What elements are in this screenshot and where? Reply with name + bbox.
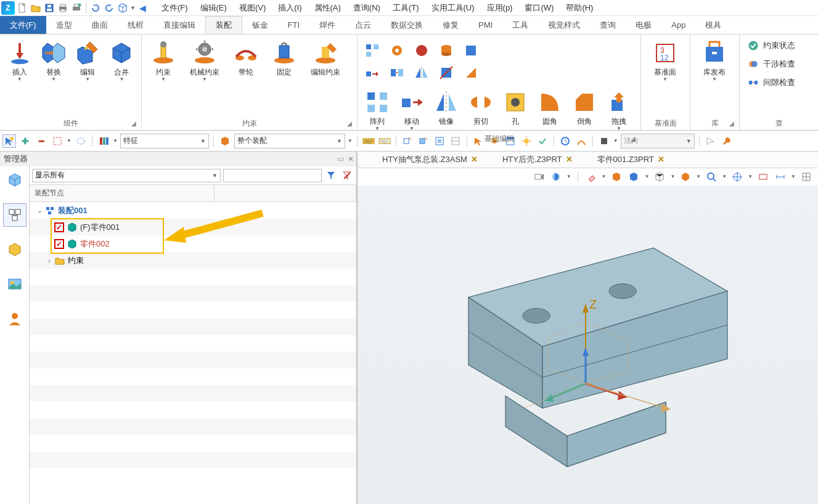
close-icon[interactable]: ✕ [471, 155, 478, 164]
open-icon[interactable] [30, 2, 42, 14]
doc-tab-1[interactable]: HTY抽气泵总装.Z3ASM✕ [382, 154, 478, 165]
slice-small-icon[interactable] [435, 63, 457, 83]
view-tool-wireframe[interactable] [653, 170, 666, 184]
align-small-icon[interactable] [386, 63, 408, 83]
menu-query[interactable]: 查询(N) [348, 1, 385, 15]
pattern-small-icon[interactable] [361, 41, 383, 60]
view-tool-zoom[interactable] [705, 170, 718, 184]
ribbon-tab-tools[interactable]: 工具 [502, 16, 538, 34]
close-icon[interactable]: ✕ [658, 155, 665, 164]
side-tab-image[interactable] [3, 272, 27, 296]
view-tool-measure[interactable] [774, 170, 787, 184]
ribbon-tab-dataexchange[interactable]: 数据交换 [381, 16, 433, 34]
menu-view[interactable]: 视图(V) [234, 1, 271, 15]
close-icon[interactable]: ✕ [566, 155, 573, 164]
ribbon-tab-query[interactable]: 查询 [590, 16, 626, 34]
view-tool-rect[interactable] [756, 170, 770, 184]
tree-row-part2[interactable]: ✓ 零件002 [30, 235, 356, 252]
hole-button[interactable]: 孔 [499, 86, 531, 134]
ribbon-tab-pmi[interactable]: PMI [468, 16, 502, 34]
drag-button[interactable]: 拖拽▼ [603, 86, 635, 134]
scope-icon[interactable] [218, 134, 232, 148]
menu-attr[interactable]: 属性(A) [309, 1, 346, 15]
ribbon-tab-repair[interactable]: 修复 [433, 16, 468, 34]
pattern-button[interactable]: 阵列▼ [361, 86, 393, 134]
cube-icon[interactable] [117, 2, 129, 14]
fix-button[interactable]: 固定 [266, 37, 302, 79]
filter-color-icon[interactable] [97, 134, 110, 148]
side-tab-parts[interactable] [3, 169, 27, 192]
edit-constraint-button[interactable]: 编辑约束 [305, 37, 346, 79]
sphere-small-icon[interactable] [411, 41, 433, 60]
select-cursor-icon[interactable] [2, 134, 16, 148]
ribbon-tab-pointcloud[interactable]: 点云 [345, 16, 381, 34]
menu-tools[interactable]: 工具(T) [388, 1, 424, 15]
select-lasso-icon[interactable] [74, 134, 88, 148]
spanner-icon[interactable] [720, 134, 734, 148]
insert-button[interactable]: 插入 ▼ [4, 37, 35, 84]
view-tool-2[interactable] [549, 170, 563, 184]
move-button[interactable]: 移动▼ [396, 86, 428, 134]
view-tool-target[interactable] [730, 170, 744, 184]
plus-icon[interactable]: ✚ [18, 134, 32, 148]
cut-button[interactable]: 剪切 [465, 86, 497, 134]
interference-check-button[interactable]: 干涉检查 [743, 55, 799, 73]
expand-icon[interactable]: › [44, 257, 54, 264]
funnel-icon[interactable] [324, 169, 338, 182]
ribbon-tab-wireframe[interactable]: 线框 [118, 16, 153, 34]
datum-plane-button[interactable]: 312 基准面▼ [645, 37, 685, 84]
minus-icon[interactable]: ━ [35, 134, 48, 148]
viewport-canvas[interactable]: Z [358, 185, 818, 504]
view-tool-grid[interactable] [800, 170, 813, 184]
checkbox-icon[interactable]: ✓ [54, 222, 64, 232]
ribbon-tab-assembly[interactable]: 装配 [205, 16, 242, 34]
expand-icon[interactable]: ⌄ [35, 206, 44, 214]
menu-utilities[interactable]: 实用工具(U) [427, 1, 480, 15]
gear-small-icon[interactable] [386, 41, 408, 60]
belt-button[interactable]: 带轮 [228, 37, 264, 79]
tree-row-part1[interactable]: ✓ (F)零件001 [30, 219, 356, 235]
view-tool-cube1[interactable] [610, 170, 623, 184]
save-icon[interactable] [43, 2, 55, 14]
view-tool-cube2[interactable] [627, 170, 640, 184]
group-launcher-icon[interactable]: ◢ [631, 136, 636, 142]
constraint-button[interactable]: 约束 ▼ [145, 37, 181, 84]
wedge-small-icon[interactable] [460, 63, 482, 83]
group-launcher-icon[interactable]: ◢ [131, 120, 136, 127]
tree-filter-dropdown[interactable]: 显示所有 ▼ [32, 169, 221, 182]
select-box-icon[interactable] [51, 134, 64, 148]
ribbon-tab-visualstyle[interactable]: 视觉样式 [538, 16, 590, 34]
print-multi-icon[interactable] [70, 2, 83, 14]
side-tab-solid[interactable] [3, 238, 27, 261]
menu-insert[interactable]: 插入(I) [273, 1, 306, 15]
box-small-icon[interactable] [460, 41, 482, 60]
menu-window[interactable]: 窗口(W) [520, 1, 558, 15]
panel-close-icon[interactable]: ✕ [348, 155, 354, 163]
tree-row-root[interactable]: ⌄ 装配001 [30, 202, 356, 219]
view-tool-hex[interactable] [679, 170, 692, 184]
menu-app[interactable]: 应用(p) [482, 1, 518, 15]
clear-filter-icon[interactable] [340, 169, 354, 182]
redo-icon[interactable] [103, 2, 115, 14]
menu-help[interactable]: 帮助(H) [561, 1, 598, 15]
replace-button[interactable]: 替换 ▼ [38, 37, 69, 84]
ribbon-tab-file[interactable]: 文件(F) [0, 16, 46, 34]
undo-icon[interactable] [89, 2, 102, 14]
ribbon-tab-modeling[interactable]: 造型 [46, 16, 82, 34]
arrow-small-icon[interactable] [361, 63, 383, 83]
checkbox-icon[interactable]: ✓ [54, 239, 64, 249]
panel-minimize-icon[interactable]: ▭ [337, 155, 344, 163]
side-tab-user[interactable] [3, 307, 27, 330]
cursor3-icon[interactable] [704, 134, 718, 148]
view-tool-1[interactable] [532, 170, 546, 184]
back-icon[interactable]: ◀ [137, 2, 149, 14]
menu-file[interactable]: 文件(F) [157, 1, 193, 15]
ribbon-tab-surface[interactable]: 曲面 [82, 16, 118, 34]
new-file-icon[interactable] [16, 2, 28, 14]
ribbon-tab-mold[interactable]: 模具 [695, 16, 731, 34]
mech-constraint-button[interactable]: 机械约束 ▼ [184, 37, 226, 84]
merge-button[interactable]: 合并 ▼ [106, 37, 137, 84]
fillet-button[interactable]: 圆角 [534, 86, 566, 134]
group-launcher-icon[interactable]: ◢ [347, 120, 352, 127]
ribbon-tab-electrode[interactable]: 电极 [626, 16, 661, 34]
